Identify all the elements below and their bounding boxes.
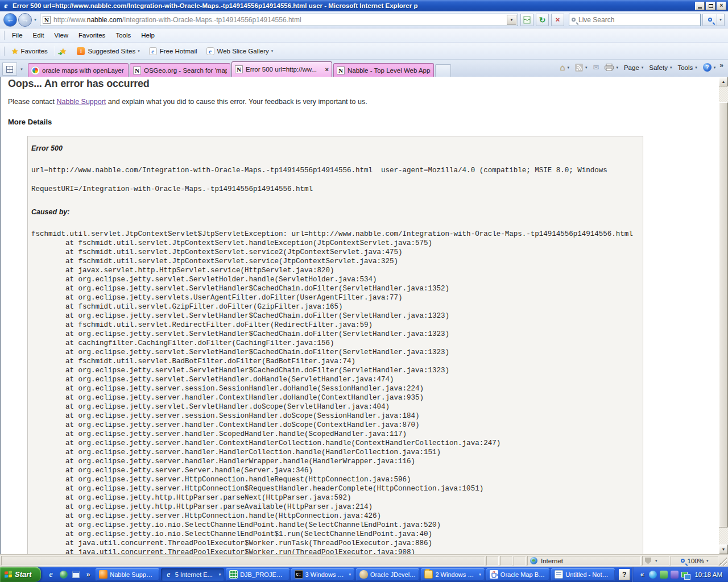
menu-item[interactable]: Help	[136, 30, 160, 40]
tab-nabble-top-level[interactable]: N Nabble - Top Level Web Apps	[333, 63, 434, 77]
suggested-sites-button[interactable]: ! Suggested Sites ▾	[72, 45, 144, 57]
menu-item[interactable]: Favorites	[73, 30, 110, 40]
status-pane	[514, 556, 526, 566]
stack-trace-line: at org.eclipse.jetty.server.handler.Hand…	[31, 457, 643, 466]
scroll-down-button[interactable]: ▼	[719, 544, 728, 554]
taskbar-button-notepad[interactable]: Untitled - Notepad	[551, 568, 614, 581]
separator	[55, 46, 55, 56]
quick-launch-window-icon[interactable]	[72, 570, 81, 579]
zoom-control[interactable]: 100% ▾	[671, 556, 718, 566]
toolbar-grip	[2, 47, 5, 56]
stack-trace-line: at org.eclipse.jetty.server.handler.Cont…	[31, 393, 643, 402]
read-mail-button[interactable]: ✉	[590, 61, 602, 73]
taskbar-button-command-prompt-group[interactable]: C: 3 Windows C... ▾	[291, 568, 354, 581]
print-button[interactable]: ▾	[602, 62, 621, 73]
broken-page-icon	[523, 16, 531, 24]
nabble-support-link[interactable]: Nabble Support	[56, 98, 106, 106]
scrollbar-thumb[interactable]	[719, 102, 728, 527]
page-menu-label: Page	[624, 64, 639, 71]
stack-trace-line: at org.eclipse.jetty.servlet.ServletHand…	[31, 348, 643, 357]
forward-button[interactable]: →	[18, 13, 32, 27]
taskbar-button-nabble-support[interactable]: Nabble Support...	[96, 568, 159, 581]
taskbar-button-oracle-jdeveloper[interactable]: Oracle JDevelo...	[356, 568, 419, 581]
mail-icon: ✉	[593, 63, 599, 72]
tab-oracle-maps[interactable]: oracle maps with openLayer ...	[28, 63, 129, 77]
menu-item[interactable]: Tools	[110, 30, 136, 40]
command-prompt-icon: C:	[295, 570, 303, 579]
tab-list-dropdown-button[interactable]: ▾	[18, 63, 26, 76]
quick-tabs-button[interactable]	[2, 63, 17, 76]
free-hotmail-button[interactable]: e Free Hotmail	[144, 45, 202, 57]
compatibility-view-button[interactable]	[520, 14, 533, 26]
search-go-button[interactable]	[702, 14, 717, 26]
address-dropdown-button[interactable]: ▾	[507, 15, 516, 25]
history-dropdown-button[interactable]: ▾	[34, 17, 36, 22]
quick-launch-chevron[interactable]: »	[84, 571, 93, 579]
live-search-box[interactable]	[569, 14, 701, 26]
scrollbar-track[interactable]	[719, 86, 728, 544]
back-button[interactable]: ←	[3, 13, 17, 27]
quick-launch-desktop-icon[interactable]	[59, 570, 68, 579]
scroll-up-button[interactable]: ▲	[719, 77, 728, 86]
search-magnifier-icon	[708, 18, 712, 22]
tray-network-icon[interactable]	[681, 571, 689, 579]
menu-item[interactable]: Edit	[28, 30, 49, 40]
quick-launch-ie-icon[interactable]: e	[47, 570, 56, 579]
stack-trace-line: at org.eclipse.jetty.servlet.ServletHand…	[31, 402, 643, 411]
tab-close-icon[interactable]: ×	[325, 66, 329, 73]
minimize-button[interactable]	[695, 2, 705, 10]
close-button[interactable]: ×	[717, 2, 726, 10]
status-pane	[486, 556, 499, 566]
favorites-button[interactable]: ★ Favorites	[7, 45, 52, 57]
tray-app-green-icon[interactable]	[660, 571, 668, 579]
stack-trace-line: at java.util.concurrent.ThreadPoolExecut…	[31, 548, 643, 554]
resize-grip[interactable]	[719, 556, 727, 566]
nabble-favicon-icon: N	[133, 66, 141, 74]
search-options-dropdown[interactable]: ▾	[717, 14, 725, 26]
menu-item[interactable]: File	[7, 30, 28, 40]
task-label: Oracle JDevelo...	[370, 571, 416, 578]
tray-app-purple-icon[interactable]	[671, 571, 679, 579]
ie-browser-window: e Error 500 url=http://www.nabble.com/In…	[0, 0, 728, 582]
start-button[interactable]: Start	[0, 567, 41, 582]
internet-zone-globe-icon	[530, 557, 537, 564]
chevron-down-icon: ▾	[567, 65, 569, 70]
refresh-button[interactable]: ↻	[536, 14, 549, 26]
feeds-button[interactable]: ▾	[572, 62, 590, 73]
taskbar-help-button[interactable]: ?	[619, 569, 630, 580]
search-input[interactable]	[578, 16, 698, 24]
restore-button[interactable]	[706, 2, 715, 10]
inprivate-filter-pane[interactable]: ▾	[642, 556, 669, 566]
safety-menu-button[interactable]: Safety▾	[646, 63, 675, 73]
task-label: DJB_PROJECT....	[240, 571, 286, 578]
page-menu-button[interactable]: Page▾	[621, 63, 646, 73]
search-icon	[572, 18, 576, 22]
help-menu-button[interactable]: ?▾	[700, 61, 719, 73]
taskbar-button-djb-project[interactable]: DJB_PROJECT....	[226, 568, 289, 581]
taskbar-button-windows-explorer-group[interactable]: 2 Windows Ex... ▾	[421, 568, 484, 581]
tray-collapse-chevron[interactable]: «	[638, 571, 647, 579]
new-tab-stub[interactable]	[435, 64, 451, 77]
menu-item[interactable]: View	[49, 30, 73, 40]
task-label: Oracle Map Buil...	[500, 571, 546, 578]
address-bar[interactable]: N http://www.nabble.com/Integration-with…	[40, 14, 518, 26]
more-commands-chevron[interactable]: »	[718, 61, 727, 74]
task-label: Untitled - Notepad	[565, 571, 611, 578]
chevron-down-icon: ▾	[670, 65, 672, 70]
tab-label: Nabble - Top Level Web Apps	[348, 67, 431, 74]
taskbar-button-internet-explorer-group[interactable]: e 5 Internet E... ▾	[161, 568, 224, 581]
tools-menu-button[interactable]: Tools▾	[675, 63, 700, 73]
tab-error-500-active[interactable]: N Error 500 url=http://ww... ×	[231, 61, 332, 77]
home-button[interactable]: ⌂▾	[557, 61, 572, 74]
stop-button[interactable]: ×	[551, 14, 564, 26]
vertical-scrollbar[interactable]: ▲ ▼	[719, 77, 728, 554]
tray-messenger-icon[interactable]	[649, 571, 657, 579]
add-to-favorites-bar-button[interactable]: ★ ➜	[60, 47, 69, 56]
web-slice-gallery-button[interactable]: e Web Slice Gallery ▾	[202, 45, 278, 57]
zone-label: Internet	[541, 558, 563, 564]
taskbar-button-oracle-map-builder[interactable]: Oracle Map Buil...	[486, 568, 549, 581]
chevron-down-icon: ▾	[642, 65, 644, 70]
stack-trace-line: at org.eclipse.jetty.http.HttpParser.par…	[31, 493, 643, 502]
stack-trace-line: at org.eclipse.jetty.servlet.ServletHand…	[31, 375, 643, 384]
tab-osgeo-search[interactable]: N OSGeo.org - Search for 'map...	[130, 63, 230, 77]
